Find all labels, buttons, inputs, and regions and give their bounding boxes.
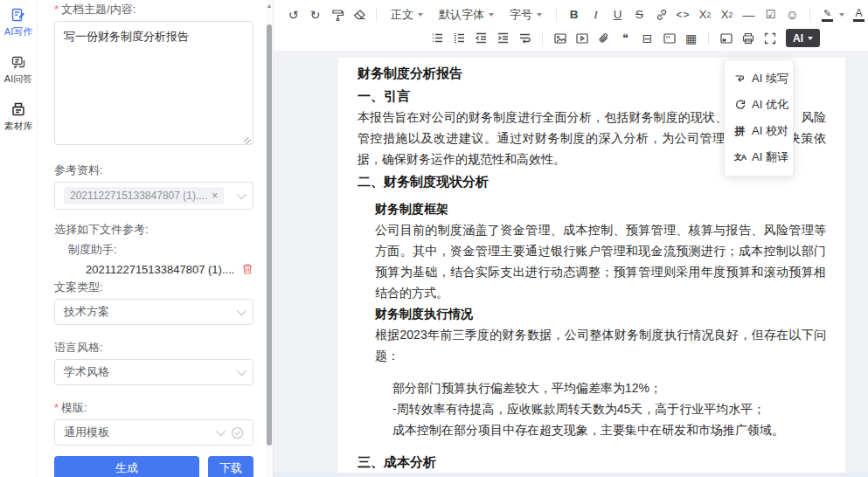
sidebar-item-label: 素材库 <box>4 120 33 133</box>
highlight-color-button[interactable]: ✎ <box>816 3 838 25</box>
caret-down-icon <box>418 13 423 17</box>
chevron-down-icon <box>237 190 247 199</box>
generate-button[interactable]: 生成 <box>54 456 199 477</box>
italic-icon[interactable]: I <box>585 4 607 24</box>
redo-icon[interactable]: ↻ <box>304 4 326 24</box>
preview-icon[interactable] <box>715 28 737 48</box>
menu-item-ai-continue[interactable]: AI 续写 <box>725 66 793 92</box>
paragraph-style-dropdown[interactable]: 正文 <box>383 7 431 23</box>
file-section-label: 选择如下文件参考: <box>54 222 253 238</box>
font-family-dropdown[interactable]: 默认字体 <box>431 7 502 23</box>
doc-block-h3[interactable]: 财务制度框架 <box>358 198 826 219</box>
file-group-label: 制度助手: <box>54 242 253 258</box>
indent-icon[interactable] <box>492 28 514 48</box>
doc-type-select[interactable]: 技术方案 <box>54 299 253 325</box>
line-break-icon[interactable] <box>514 28 536 48</box>
doc-block-p[interactable]: 成本控制在部分项目中存在超支现象，主要集中在研发和市场推广领域。 <box>358 419 826 440</box>
file-name: 2021122715133847807 (1).... <box>86 263 241 276</box>
link-icon[interactable] <box>650 4 672 24</box>
download-button[interactable]: 下载 <box>208 456 253 477</box>
caret-down-icon[interactable] <box>839 13 844 17</box>
template-label: *模版: <box>54 400 253 416</box>
file-row: 2021122715133847807 (1).... <box>54 260 253 278</box>
print-icon[interactable] <box>737 28 759 48</box>
chevron-down-icon <box>216 426 226 436</box>
doc-block-h2[interactable]: 三、成本分析 <box>358 452 826 473</box>
nav-rail: AI写作 AI问答 素材库 <box>0 0 38 477</box>
font-color-button[interactable]: A <box>848 3 868 25</box>
sidebar-item-ai-qa[interactable]: AI问答 <box>0 54 37 86</box>
caret-down-icon <box>489 13 494 17</box>
toolbar-row-2: ❝ ⊟ ▦ <box>282 26 868 50</box>
reference-tag: 2021122715133847807 (1).... × <box>64 187 224 204</box>
ai-proofread-icon: 拼 <box>733 124 746 139</box>
check-circle-icon <box>231 426 244 439</box>
reference-label: 参考资料: <box>54 162 253 178</box>
caret-down-icon <box>537 13 542 17</box>
divider-block-icon[interactable]: ⊟ <box>636 28 658 48</box>
todo-checkbox-icon[interactable]: ☑ <box>760 4 781 24</box>
style-select[interactable]: 学术风格 <box>54 359 253 385</box>
insert-video-icon[interactable] <box>571 28 593 48</box>
sidebar-item-library[interactable]: 素材库 <box>0 101 37 133</box>
code-block-icon[interactable] <box>658 28 680 48</box>
inline-code-icon[interactable]: <> <box>672 4 694 24</box>
ai-qa-icon <box>10 54 26 70</box>
reference-select[interactable]: 2021122715133847807 (1).... × <box>54 182 253 210</box>
ai-writing-icon <box>10 7 26 23</box>
style-label: 语言风格: <box>54 340 253 356</box>
chevron-down-icon <box>237 306 247 315</box>
ordered-list-icon[interactable] <box>448 28 470 48</box>
doc-block-p[interactable]: 公司目前的制度涵盖了资金管理、成本控制、预算管理、核算与报告、风险管理等方面。其… <box>358 219 826 303</box>
caret-down-icon <box>808 37 813 40</box>
menu-item-ai-proofread[interactable]: 拼 AI 校对 <box>725 118 793 144</box>
sidebar-item-label: AI写作 <box>4 25 32 38</box>
scroll-up-icon[interactable]: ▲ <box>266 3 273 9</box>
ai-translate-icon: 文A <box>733 152 746 163</box>
chevron-down-icon <box>237 366 247 376</box>
tag-remove-icon[interactable]: × <box>212 190 218 202</box>
format-painter-icon[interactable] <box>326 4 348 24</box>
bottom-scrollbar-track[interactable] <box>274 473 868 477</box>
topic-label: *文档主题/内容: <box>54 2 253 17</box>
form-actions: 生成 下载 <box>54 456 253 477</box>
doc-block-p[interactable]: -周转效率有待提高，应收账款周转天数为45天，高于行业平均水平； <box>358 398 826 419</box>
app: { "sidebar": { "items": [ { "label": "AI… <box>0 0 868 477</box>
ai-optimize-icon <box>733 99 746 111</box>
insert-table-icon[interactable]: ▦ <box>680 28 702 48</box>
topic-textarea-wrap: 写一份财务制度分析报告 <box>54 17 253 149</box>
bold-icon[interactable]: B <box>563 4 585 24</box>
delete-file-icon[interactable] <box>241 263 253 275</box>
doc-block-p[interactable]: 部分部门预算执行偏差较大，平均偏差率为12%； <box>358 377 826 398</box>
insert-image-icon[interactable] <box>549 28 571 48</box>
style-value: 学术风格 <box>64 364 237 380</box>
doc-block-p[interactable]: 根据2023年前三季度的财务数据，公司整体财务制度执行情况良好，但存在以下问题： <box>358 324 826 366</box>
doc-block-h3[interactable]: 财务制度执行情况 <box>358 303 826 324</box>
underline-icon[interactable]: U <box>607 4 628 24</box>
doc-type-value: 技术方案 <box>64 304 237 320</box>
menu-item-ai-translate[interactable]: 文A AI 翻译 <box>725 144 793 170</box>
strikethrough-icon[interactable]: S <box>628 4 650 24</box>
attachment-icon[interactable] <box>593 28 615 48</box>
writing-form-panel: *文档主题/内容: 写一份财务制度分析报告 参考资料: 202112271513… <box>38 0 266 477</box>
emoji-icon[interactable]: ☺ <box>781 4 803 24</box>
sidebar-item-ai-writing[interactable]: AI写作 <box>0 7 37 38</box>
fullscreen-icon[interactable] <box>759 28 781 48</box>
eraser-icon[interactable] <box>348 4 370 24</box>
bullet-list-icon[interactable] <box>427 28 448 48</box>
outdent-icon[interactable] <box>470 28 492 48</box>
superscript-icon[interactable]: X2 <box>716 4 738 24</box>
menu-item-ai-optimize[interactable]: AI 优化 <box>725 92 793 118</box>
undo-icon[interactable]: ↺ <box>282 4 304 24</box>
font-size-dropdown[interactable]: 字号 <box>502 7 550 23</box>
form-panel-scrollbar[interactable]: ▲ <box>266 0 273 477</box>
scrollbar-thumb[interactable] <box>267 24 272 446</box>
horizontal-rule-icon[interactable]: — <box>738 4 760 24</box>
blockquote-icon[interactable]: ❝ <box>615 28 636 48</box>
template-select[interactable]: 通用模板 <box>54 419 253 446</box>
library-icon <box>10 101 26 117</box>
ai-continue-icon <box>733 73 746 85</box>
subscript-icon[interactable]: X2 <box>694 4 716 24</box>
ai-dropdown-button[interactable]: AI <box>786 29 820 47</box>
topic-input[interactable]: 写一份财务制度分析报告 <box>54 21 253 145</box>
